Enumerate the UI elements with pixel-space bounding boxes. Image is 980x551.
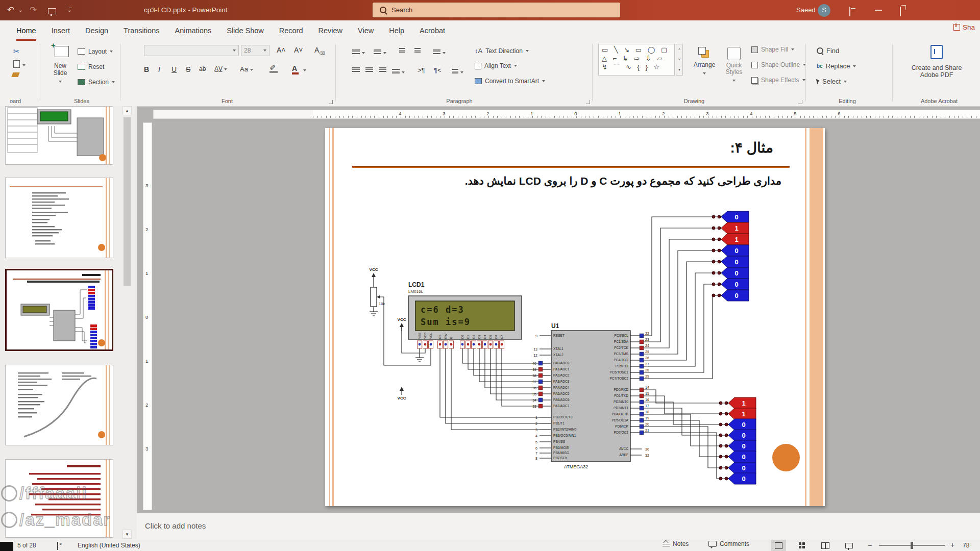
font-name-combo[interactable] (144, 45, 239, 56)
reset-button[interactable]: Reset (78, 63, 104, 70)
line-spacing-button[interactable] (433, 48, 446, 57)
language-indicator[interactable]: English (United States) (78, 542, 140, 549)
numbering-button[interactable] (374, 48, 386, 57)
font-color-dropdown-icon[interactable] (303, 69, 306, 71)
find-button[interactable]: Find (817, 47, 839, 55)
tab-record[interactable]: Record (279, 20, 303, 41)
justify-button[interactable] (392, 67, 405, 77)
new-slide-button[interactable]: New Slide (47, 46, 74, 86)
view-reading-button[interactable] (818, 540, 833, 551)
shape-effects-button[interactable]: Shape Effects (751, 77, 805, 84)
vertical-ruler[interactable]: 3210123 (143, 122, 152, 510)
bullets-button[interactable] (352, 48, 365, 57)
change-case-button[interactable]: Aa (240, 65, 253, 73)
tab-animations[interactable]: Animations (175, 20, 211, 41)
shape-fill-button[interactable]: Shape Fill (751, 46, 794, 53)
tab-slide-show[interactable]: Slide Show (227, 20, 264, 41)
text-direction-button[interactable]: ↕A Text Direction (475, 47, 529, 55)
slide-thumbnail-2[interactable] (5, 178, 113, 258)
shrink-font-button[interactable]: A˅ (294, 46, 303, 54)
horizontal-ruler[interactable]: 43210123456 (153, 110, 980, 119)
section-button[interactable]: Section (78, 79, 115, 86)
arrange-button[interactable]: Arrange (690, 47, 719, 78)
redo-icon[interactable]: ↷ (30, 0, 37, 20)
cut-icon[interactable]: ✂ (13, 47, 20, 56)
view-normal-button[interactable] (771, 540, 786, 551)
tab-home[interactable]: Home (16, 20, 36, 41)
bold-button[interactable]: B (144, 65, 149, 73)
zoom-in-button[interactable]: + (950, 541, 954, 549)
grow-font-button[interactable]: A˄ (277, 46, 286, 54)
zoom-slider[interactable] (879, 545, 945, 546)
comments-button[interactable]: Comments (708, 540, 749, 547)
align-left-icon[interactable] (352, 67, 360, 73)
underline-button[interactable]: U (172, 65, 177, 73)
font-size-combo[interactable]: 28 (241, 45, 270, 56)
font-dialog-launcher-icon[interactable] (329, 100, 333, 104)
minimize-button[interactable] (875, 10, 882, 11)
ltr-direction-button[interactable]: ¶< (434, 66, 442, 74)
slide-number-indicator[interactable]: 5 of 28 (17, 542, 36, 549)
select-button[interactable]: Select (817, 78, 847, 85)
replace-button[interactable]: bc Replace (817, 62, 856, 70)
notes-toggle-button[interactable]: Notes (663, 540, 689, 547)
align-right-icon[interactable] (379, 67, 386, 73)
copy-icon[interactable] (13, 60, 20, 68)
thumbnails-scrollbar-thumb[interactable] (124, 117, 131, 286)
italic-button[interactable]: I (158, 65, 160, 73)
drawing-dialog-launcher-icon[interactable] (798, 100, 802, 104)
shape-gallery-scroll[interactable]: ˄˅▾ (676, 44, 683, 76)
strikethrough2-button[interactable]: ab (199, 65, 206, 72)
search-box[interactable]: Search (373, 3, 620, 17)
ribbon-display-options-icon[interactable] (849, 7, 850, 16)
align-text-button[interactable]: Align Text (475, 62, 517, 69)
slide-canvas[interactable]: LCD1LM016Lc=6 d=3Sum is=9VSSVDDVEERSRWED… (325, 128, 825, 506)
tab-help[interactable]: Help (389, 20, 404, 41)
increase-indent-icon[interactable] (414, 48, 421, 54)
customize-qat-icon[interactable]: ⌄̅ (67, 0, 71, 20)
shape-outline-button[interactable]: Shape Outline (751, 61, 806, 68)
share-button[interactable]: Sha (953, 23, 980, 31)
view-slide-sorter-button[interactable] (794, 540, 810, 551)
zoom-percentage[interactable]: 78 (963, 542, 969, 549)
paragraph-dialog-launcher-icon[interactable] (586, 100, 590, 104)
shape-gallery[interactable]: ▭ ╲ ↘ ▭ ◯ ▢ △ ⌐ ↳ ⇨ ⇩ ▱ ↯ ⌒ ∿ { } ☆ (598, 44, 675, 76)
tab-insert[interactable]: Insert (52, 20, 70, 41)
slide-thumbnail-4[interactable] (5, 365, 113, 445)
slide-thumbnail-1[interactable] (5, 106, 113, 165)
view-slideshow-button[interactable] (841, 540, 856, 551)
undo-dropdown-icon[interactable]: ⌄ (18, 0, 22, 20)
clear-formatting-button[interactable]: A⌫ (314, 46, 325, 56)
convert-smartart-button[interactable]: Convert to SmartArt (475, 78, 545, 85)
slide-body-text[interactable]: مداری طراحی کنید که مجموع دو پورت C و D … (465, 175, 781, 187)
thumbnails-scroll-up-button[interactable]: ▲ (122, 106, 132, 115)
font-color-button[interactable]: A (292, 64, 299, 74)
quick-styles-button[interactable]: Quick Styles (721, 47, 747, 85)
undo-icon[interactable]: ↶ (7, 0, 14, 20)
slideshow-from-start-icon[interactable] (48, 7, 56, 16)
highlight-color-button[interactable]: ✐ (270, 63, 278, 73)
tab-view[interactable]: View (358, 20, 374, 41)
tab-review[interactable]: Review (318, 20, 343, 41)
thumbnails-scroll-down-button[interactable]: ▼ (122, 530, 132, 539)
avatar[interactable]: S (818, 4, 830, 17)
zoom-out-button[interactable]: − (868, 541, 872, 549)
align-center-icon[interactable] (365, 67, 373, 73)
user-name[interactable]: Saeed (796, 0, 816, 20)
columns-button[interactable] (452, 67, 463, 77)
strikethrough-button[interactable]: S (186, 65, 190, 73)
copy-dropdown-icon[interactable] (22, 64, 26, 66)
decrease-indent-icon[interactable] (399, 48, 405, 54)
slide-title[interactable]: مثال ۴: (730, 139, 773, 156)
tab-acrobat[interactable]: Acrobat (420, 20, 445, 41)
rtl-direction-button[interactable]: >¶ (418, 66, 425, 74)
notes-pane[interactable]: Click to add notes (137, 513, 980, 539)
slide-thumbnail-3-selected[interactable] (5, 269, 113, 351)
character-spacing-button[interactable]: A̲V̲ (214, 65, 227, 72)
layout-button[interactable]: Layout (78, 48, 113, 55)
spellcheck-icon[interactable] (57, 542, 58, 549)
zoom-slider-thumb[interactable] (911, 542, 913, 549)
tab-transitions[interactable]: Transitions (124, 20, 159, 41)
create-share-pdf-button[interactable]: Create and Share Adobe PDF (898, 45, 975, 79)
restore-button[interactable] (900, 7, 901, 16)
